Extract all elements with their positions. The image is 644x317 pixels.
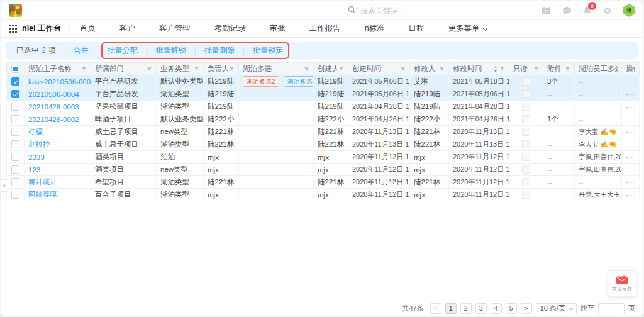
record-link[interactable]: 20210506-0004 [28,91,79,98]
nav-item-4[interactable]: 审批 [270,23,286,34]
cell-modified-time: 2020年11月12日 15:25 [449,164,509,176]
merge-button[interactable]: 合并 [74,45,89,56]
column-header-biz[interactable]: 业务类型 [157,63,204,75]
column-header-readonly[interactable]: 只读 [509,63,543,75]
record-link[interactable]: lake-20210506-0005 [28,78,91,86]
notifications-bell-icon[interactable]: 8 [583,6,592,15]
bulk-action-0[interactable]: 批量分配 [108,45,138,56]
record-link[interactable]: 阿姨嘎嘎 [28,191,57,198]
row-checkbox[interactable] [11,90,19,98]
row-checkbox[interactable] [11,140,19,148]
select-all-checkbox[interactable] [11,65,19,73]
filter-icon[interactable] [533,66,539,72]
row-more-actions-icon[interactable]: ··· [626,191,635,199]
filter-icon[interactable] [439,66,445,72]
record-link[interactable]: 柠檬 [28,128,43,135]
feedback-label: 意见反馈 [612,286,632,292]
row-more-actions-icon[interactable]: ··· [626,91,635,98]
readonly-checkbox [522,128,530,136]
column-header-modifier[interactable]: 修改人 [410,63,449,75]
column-header-attach[interactable]: 附件 [543,63,575,75]
jump-page-input[interactable] [598,303,625,314]
nav-item-3[interactable]: 考勤记录 [214,23,246,34]
page-button-5[interactable]: 5 [506,303,517,314]
row-more-actions-icon[interactable]: ··· [626,103,635,111]
row-checkbox[interactable] [11,178,19,186]
row-more-actions-icon[interactable]: ··· [626,78,635,86]
prev-page-button[interactable]: < [430,303,441,314]
user-avatar[interactable]: 琳 [623,4,635,17]
column-header-multi[interactable]: 湖泊多选 [239,63,314,75]
cell-modifier: mjx [410,151,449,164]
filter-icon[interactable] [147,66,152,72]
page-button-3[interactable]: 3 [475,303,487,314]
column-header-dept[interactable]: 所属部门 [91,63,157,75]
filter-icon[interactable] [499,66,505,72]
column-header-owner[interactable]: 负责人 [204,63,239,75]
record-link[interactable]: 刘拉拉 [28,140,50,148]
row-checkbox[interactable] [11,128,19,136]
column-header-ops[interactable]: 操作 [622,63,640,75]
row-more-actions-icon[interactable]: ··· [626,141,635,148]
filter-icon[interactable] [81,66,87,72]
messages-icon[interactable] [562,6,572,15]
row-checkbox[interactable] [11,103,19,111]
column-header-name[interactable]: 湖泊主子名称 [25,63,91,75]
apps-grid-icon[interactable] [9,25,17,33]
filter-icon[interactable] [194,66,199,72]
workspace-title[interactable]: niel 工作台 [22,23,62,34]
filter-icon[interactable] [400,66,406,72]
filter-icon[interactable] [304,66,309,72]
page-size-select[interactable]: 10 条/页 [536,303,577,314]
cell-created-time: 2021年04月28日 16:42 [348,101,410,113]
row-more-actions-icon[interactable]: ··· [626,179,635,186]
bulk-action-1[interactable]: 批量解锁 [156,45,186,56]
nav-item-2[interactable]: 客户管理 [159,23,191,34]
row-more-actions-icon[interactable]: ··· [626,153,635,161]
row-checkbox[interactable] [11,153,19,161]
filter-icon[interactable] [229,66,235,72]
nav-item-0[interactable]: 首页 [80,23,96,34]
search-input[interactable] [360,6,436,15]
record-link[interactable]: 20210426-0002 [28,116,79,123]
column-label: 湖泊多选 [243,64,303,74]
bulk-action-3[interactable]: 批量锁定 [253,45,283,56]
bulk-action-2[interactable]: 批量删除 [204,45,235,56]
column-header-creator[interactable]: 创建人 [314,63,348,75]
filter-icon[interactable] [338,66,344,72]
app-logo-icon[interactable] [9,4,22,17]
page-button-2[interactable]: 2 [460,303,472,314]
filter-icon[interactable] [565,66,570,72]
search-icon[interactable] [348,6,356,16]
nav-item-5[interactable]: 工作报告 [309,23,341,34]
page-button-1[interactable]: 1 [445,303,457,314]
next-page-button[interactable]: > [521,303,532,314]
column-header-created[interactable]: 创建时间 [348,63,410,75]
column-header-employees[interactable]: 湖泊员工多选(无员工) [575,63,622,75]
page-button-4[interactable]: 4 [491,303,502,314]
row-checkbox[interactable] [11,115,19,123]
record-link[interactable]: 2333 [28,153,45,161]
nav-item-7[interactable]: 日程 [409,23,425,34]
row-checkbox[interactable] [11,77,19,86]
row-more-actions-icon[interactable]: ··· [626,166,635,174]
nav-more-menu[interactable]: 更多菜单 [448,23,486,34]
feedback-button[interactable]: 意见反馈 [608,270,636,297]
row-checkbox[interactable] [11,165,19,174]
calendar-icon[interactable] [541,6,551,15]
cell-dept: 威士忌子项目 [91,138,157,151]
cell-modified-time: 2020年11月12日 15:15 [449,176,509,189]
record-link[interactable]: 123 [28,166,40,174]
row-checkbox[interactable] [11,191,19,199]
nav-item-6[interactable]: n标准 [365,23,385,34]
cell-dept: 啤酒子项目 [91,113,157,126]
row-more-actions-icon[interactable]: ··· [626,116,635,123]
record-link[interactable]: 将计就计 [28,178,57,186]
record-link[interactable]: 20210428-0003 [28,103,79,111]
row-more-actions-icon[interactable]: ··· [626,128,635,136]
nav-item-1[interactable]: 客户 [119,23,135,34]
sort-icon[interactable] [493,65,498,72]
sidebar-expander-icon[interactable]: » [1,179,8,192]
settings-gear-icon[interactable] [603,6,612,15]
column-header-modified[interactable]: 修改时间 [449,63,509,75]
